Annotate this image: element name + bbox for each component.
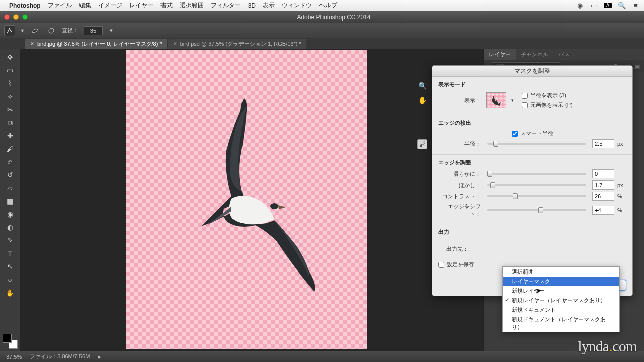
eyedropper-tool-icon[interactable]: ⧉ [4, 117, 17, 129]
filter-smart-icon[interactable]: ▣ [634, 63, 641, 70]
show-radius-checkbox[interactable]: 半径を表示 (J) [522, 92, 573, 99]
dropdown-option[interactable]: 新規レイヤー [503, 286, 619, 296]
smooth-slider[interactable] [487, 173, 586, 175]
unit-pct: % [617, 207, 626, 213]
dropdown-option[interactable]: 選択範囲 [503, 267, 619, 277]
statusbar-arrow-icon[interactable]: ▶ [98, 354, 101, 359]
menu-edit[interactable]: 編集 [79, 1, 91, 10]
zoom-level[interactable]: 37.5% [6, 354, 22, 360]
lasso-tool-icon[interactable]: ⌇ [4, 77, 17, 89]
remember-settings-checkbox[interactable]: 設定を保存 [438, 261, 474, 268]
shape-tool-icon[interactable]: ○ [4, 274, 17, 286]
feather-label: ぼかし： [438, 182, 481, 189]
contrast-slider[interactable] [487, 195, 586, 197]
sync-icon[interactable]: ◉ [576, 2, 584, 9]
brush-size-input[interactable] [84, 26, 103, 35]
menu-select[interactable]: 選択範囲 [180, 1, 204, 10]
dodge-tool-icon[interactable]: ◐ [4, 221, 17, 233]
menu-list-icon[interactable]: ≡ [632, 2, 640, 9]
smart-radius-checkbox[interactable]: スマート半径 [512, 130, 553, 137]
zoom-window-icon[interactable] [22, 14, 28, 20]
menu-window[interactable]: ウィンドウ [282, 1, 312, 10]
hand-tool-icon[interactable]: ✋ [4, 287, 17, 299]
marquee-tool-icon[interactable]: ▭ [4, 64, 17, 76]
panel-tabs: レイヤー チャンネル パス [484, 49, 644, 60]
menu-image[interactable]: イメージ [98, 1, 122, 10]
refine-mask-dialog: 🔍 ✋ 🖌 マスクを調整 表示モード 表示： ▾ 半径を表示 (J) 元画像を表… [432, 65, 633, 296]
history-brush-tool-icon[interactable]: ↺ [4, 169, 17, 181]
brush-tool-icon[interactable]: 🖌 [4, 143, 17, 155]
layers-panel-tab[interactable]: レイヤー [484, 49, 516, 60]
feather-slider[interactable] [487, 184, 586, 186]
dropdown-option[interactable]: 新規ドキュメント（レイヤーマスクあり） [503, 315, 619, 332]
refine-brush-tool-icon[interactable]: 🖌 [417, 139, 427, 149]
display-icon[interactable]: ▭ [590, 2, 598, 9]
document-tab[interactable]: ✕ bird.psd @ 37.5% (グラデーション 1, RGB/16*) … [168, 39, 306, 49]
document-tab[interactable]: ✕ bird.jpg @ 37.5% (レイヤー 0, レイヤーマスク/8) * [25, 39, 167, 49]
dialog-title: マスクを調整 [432, 66, 632, 77]
canvas-area[interactable] [20, 49, 483, 351]
menu-help[interactable]: ヘルプ [319, 1, 337, 10]
close-tab-icon[interactable]: ✕ [173, 41, 177, 46]
dropdown-option[interactable]: 新規レイヤー（レイヤーマスクあり） [503, 296, 619, 305]
menu-filter[interactable]: フィルター [211, 1, 241, 10]
shift-edge-label: エッジをシフト： [438, 203, 481, 218]
menu-view[interactable]: 表示 [263, 1, 275, 10]
window-titlebar: Adobe Photoshop CC 2014 [0, 11, 644, 23]
document-tabs: ✕ bird.jpg @ 37.5% (レイヤー 0, レイヤーマスク/8) *… [0, 38, 644, 49]
shift-edge-input[interactable] [592, 206, 614, 215]
bird-image [166, 90, 337, 312]
menu-layer[interactable]: レイヤー [129, 1, 153, 10]
pen-tool-icon[interactable]: ✎ [4, 234, 17, 246]
traffic-lights[interactable] [4, 14, 28, 20]
radius-slider[interactable] [487, 143, 586, 145]
paths-panel-tab[interactable]: パス [553, 49, 575, 60]
magic-wand-tool-icon[interactable]: ✧ [4, 90, 17, 103]
tab-label: bird.jpg @ 37.5% (レイヤー 0, レイヤーマスク/8) * [37, 40, 162, 48]
spotlight-icon[interactable]: 🔍 [618, 2, 626, 9]
size-dropdown-icon[interactable]: ▾ [108, 27, 115, 34]
dropdown-option[interactable]: 新規ドキュメント [503, 305, 619, 315]
hand-tool-icon[interactable]: ✋ [417, 95, 427, 105]
show-original-checkbox[interactable]: 元画像を表示 (P) [522, 101, 573, 109]
smooth-input[interactable] [592, 169, 614, 178]
view-mode-thumbnail[interactable] [486, 92, 506, 108]
output-to-label: 出力先： [438, 245, 468, 253]
menu-type[interactable]: 書式 [160, 1, 173, 10]
path-tool-icon[interactable]: ↖ [4, 260, 17, 273]
watermark: lynda.com [578, 338, 637, 355]
minimize-window-icon[interactable] [13, 14, 19, 20]
shift-edge-slider[interactable] [487, 209, 586, 211]
document-canvas[interactable] [126, 50, 367, 349]
healing-tool-icon[interactable]: ✚ [4, 130, 17, 142]
menu-3d[interactable]: 3D [248, 2, 256, 9]
unit-pct: % [617, 193, 626, 199]
blur-tool-icon[interactable]: ◉ [4, 208, 17, 220]
contrast-input[interactable] [592, 192, 614, 201]
zoom-tool-icon[interactable]: 🔍 [417, 81, 427, 91]
text-icon[interactable]: A [604, 3, 612, 8]
brush-settings-icon[interactable] [46, 25, 57, 36]
radius-input[interactable] [592, 139, 614, 148]
chevron-down-icon[interactable]: ▼ [20, 28, 25, 33]
color-swatches[interactable] [3, 334, 18, 349]
macos-menubar: Photoshop ファイル 編集 イメージ レイヤー 書式 選択範囲 フィルタ… [0, 0, 644, 11]
gradient-tool-icon[interactable]: ▦ [4, 195, 17, 207]
menu-file[interactable]: ファイル [48, 1, 72, 10]
dropdown-option[interactable]: レイヤーマスク [503, 277, 619, 286]
brush-preset-icon[interactable] [30, 25, 41, 36]
foreground-color-swatch[interactable] [3, 334, 12, 343]
output-to-dropdown[interactable]: 選択範囲 レイヤーマスク 新規レイヤー 新規レイヤー（レイヤーマスクあり） 新規… [502, 266, 620, 332]
close-tab-icon[interactable]: ✕ [30, 41, 34, 46]
current-tool-icon[interactable] [4, 25, 15, 36]
app-name[interactable]: Photoshop [9, 2, 41, 9]
chevron-down-icon[interactable]: ▾ [511, 98, 514, 103]
crop-tool-icon[interactable]: ✂ [4, 104, 17, 116]
close-window-icon[interactable] [4, 14, 10, 20]
feather-input[interactable] [592, 180, 614, 190]
eraser-tool-icon[interactable]: ▱ [4, 182, 17, 194]
move-tool-icon[interactable]: ✥ [4, 51, 17, 63]
type-tool-icon[interactable]: T [4, 247, 17, 259]
channels-panel-tab[interactable]: チャンネル [516, 49, 553, 60]
stamp-tool-icon[interactable]: ⎌ [4, 156, 17, 168]
